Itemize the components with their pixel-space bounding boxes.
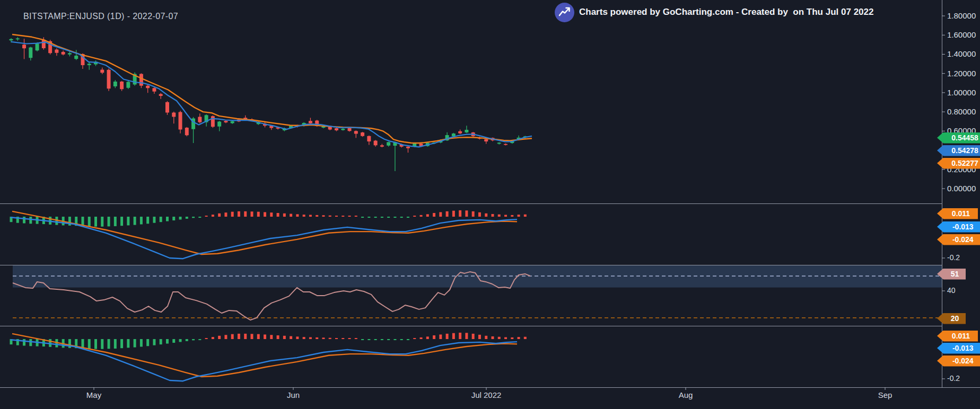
macd-histogram-bar: [212, 215, 214, 217]
macd-histogram-bar: [179, 339, 182, 342]
macd-histogram-bar: [238, 211, 240, 217]
candle-body: [504, 144, 508, 145]
macd-histogram-bar: [264, 212, 266, 217]
macd-histogram-bar: [270, 335, 273, 339]
macd-histogram-bar: [231, 212, 234, 217]
macd-histogram-bar: [140, 339, 143, 346]
candle-body: [367, 136, 371, 141]
indicator-axis-label: 40: [947, 286, 956, 295]
candle-body: [100, 69, 104, 73]
macd-histogram-bar: [491, 214, 494, 217]
candle-body: [120, 82, 124, 89]
candlestick-series: [10, 37, 527, 171]
macd-histogram-bar: [224, 212, 227, 217]
candle-body: [107, 70, 111, 88]
macd-histogram-bar: [134, 217, 136, 225]
macd-histogram-bar: [257, 212, 260, 217]
macd-histogram-bar: [120, 339, 123, 348]
macd-histogram-bar: [186, 339, 188, 341]
candle-body: [165, 102, 169, 113]
macd-histogram-bar: [264, 334, 266, 339]
macd-histogram-bar: [146, 339, 149, 346]
macd-histogram-bar: [524, 337, 527, 339]
candle-body: [68, 53, 72, 55]
price-axis-label: 0.00000: [947, 184, 976, 193]
macd-histogram-bar: [94, 217, 97, 227]
time-axis-label: Jun: [269, 390, 317, 399]
macd-histogram-bar: [426, 336, 429, 339]
indicator-axis-label: -0.2: [947, 253, 960, 262]
macd-histogram-bar: [134, 339, 136, 348]
macd-histogram-bar: [29, 339, 32, 346]
macd-histogram-bar: [257, 334, 260, 339]
macd-histogram-bar: [224, 335, 227, 339]
candle-body: [146, 86, 150, 88]
macd-histogram-bar: [277, 335, 279, 339]
macd-histogram-bar: [452, 333, 455, 339]
candle-body: [217, 122, 221, 127]
macd-histogram-bar: [277, 213, 279, 217]
candle-body: [309, 121, 312, 123]
macd-histogram-bar: [491, 336, 494, 339]
candle-body: [16, 39, 20, 40]
price-axis-label: 1.40000: [947, 49, 976, 58]
macd-histogram-bar: [472, 211, 475, 217]
time-axis-label: Aug: [662, 390, 710, 399]
macd-histogram-bar: [244, 211, 247, 217]
macd-histogram-bar: [348, 216, 351, 217]
macd-histogram-bar: [465, 210, 468, 217]
price-axis-label: 0.80000: [947, 107, 976, 116]
ma-fast-blue-line: [11, 42, 532, 147]
macd-histogram-bar: [433, 335, 435, 339]
macd-histogram-bar: [342, 338, 344, 339]
macd-histogram-bar: [127, 339, 129, 348]
macd-histogram-bar: [127, 217, 129, 225]
candle-body: [88, 64, 91, 65]
macd-histogram-bar: [426, 214, 429, 217]
candle-body: [231, 121, 234, 123]
candle-body: [341, 129, 345, 130]
macd-histogram-bar: [166, 339, 169, 344]
macd-histogram-bar: [355, 338, 357, 339]
time-axis-label: Sep: [861, 390, 909, 399]
macd-value-badge: -0.013: [937, 221, 980, 233]
macd-histogram-bar: [146, 217, 149, 224]
macd-histogram-bar: [23, 217, 25, 223]
macd-histogram-bar: [348, 338, 351, 339]
candle-body: [185, 128, 189, 135]
macd2-value-badge: -0.024: [937, 355, 980, 367]
macd-histogram-bar: [88, 339, 91, 349]
macd-histogram-bar: [393, 217, 396, 218]
macd-histogram-bar: [439, 334, 442, 339]
macd-histogram-bar: [381, 217, 383, 218]
macd-histogram-bar: [485, 336, 487, 339]
macd-histogram-bar: [478, 335, 481, 339]
candle-body: [62, 52, 65, 55]
macd-histogram-bar: [192, 217, 195, 218]
macd-histogram-bar: [387, 217, 390, 218]
candle-body: [113, 82, 117, 86]
candle-body: [74, 56, 78, 59]
macd-histogram-bar: [205, 216, 208, 217]
macd-histogram-bar: [198, 339, 201, 340]
macd-histogram-bar: [101, 339, 103, 349]
macd-histogram-bar: [465, 333, 468, 339]
macd-histogram-bar: [446, 334, 449, 339]
macd-histogram-bar: [153, 217, 155, 223]
price-axis-label: 1.60000: [947, 30, 976, 39]
candle-body: [10, 39, 13, 40]
macd-histogram-bar: [166, 217, 169, 221]
candle-body: [55, 49, 58, 52]
macd-histogram-bar: [329, 338, 331, 339]
macd-histogram-bar: [88, 217, 91, 226]
candle-body: [387, 142, 390, 146]
macd-histogram-bar: [361, 217, 364, 218]
macd-value-badge: 0.011: [937, 208, 978, 219]
macd-histogram-bar: [160, 217, 162, 222]
chart-canvas[interactable]: [0, 0, 980, 409]
macd-histogram-bar: [309, 215, 312, 217]
macd-histogram-bar: [368, 339, 370, 340]
indicator-axis-label: -0.2: [947, 374, 960, 383]
candle-body: [497, 143, 501, 144]
macd-histogram-bar: [316, 337, 318, 339]
